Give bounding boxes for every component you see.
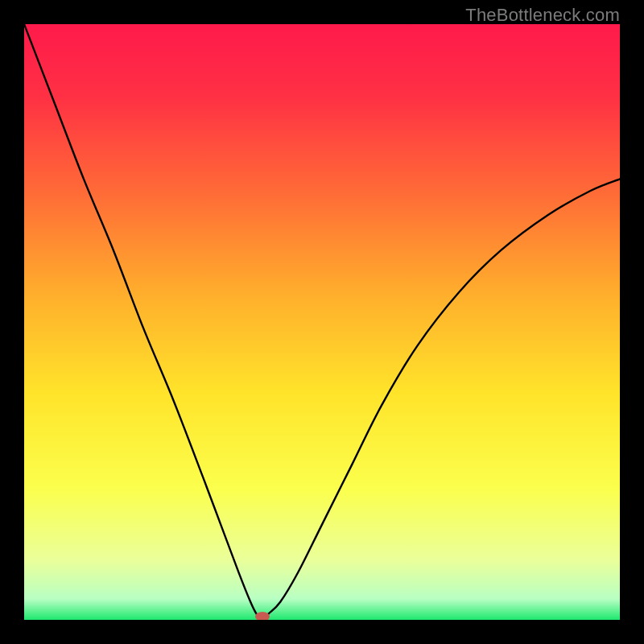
watermark-text: TheBottleneck.com bbox=[465, 5, 620, 26]
chart-frame: TheBottleneck.com bbox=[0, 0, 644, 644]
plot-area bbox=[24, 24, 620, 620]
bottleneck-chart bbox=[24, 24, 620, 620]
gradient-background bbox=[24, 24, 620, 620]
